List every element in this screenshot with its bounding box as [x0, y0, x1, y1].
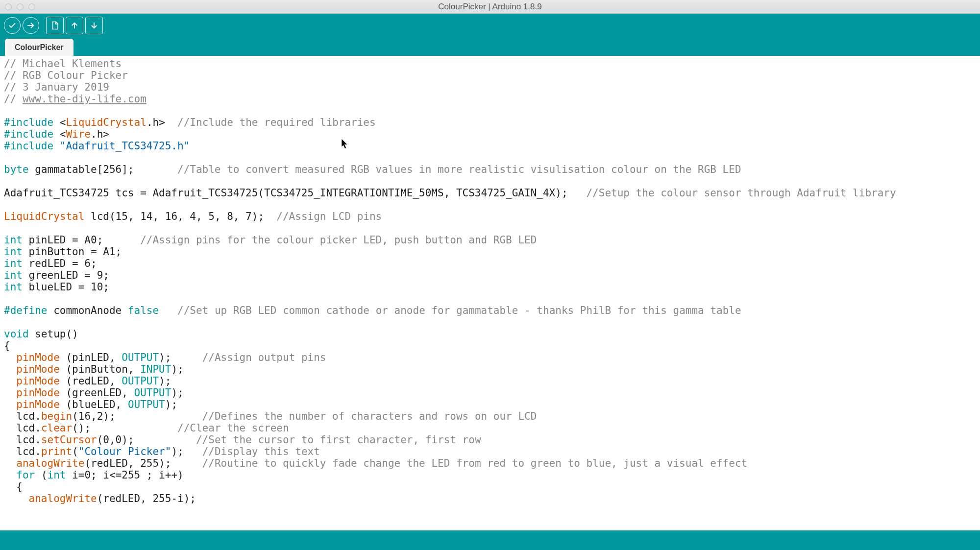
code-const: OUTPUT	[122, 375, 159, 387]
code-const: OUTPUT	[122, 352, 159, 363]
code-text: Adafruit_TCS34725 tcs = Adafruit_TCS3472…	[4, 187, 586, 199]
code-comment: // Michael Klements	[4, 58, 122, 70]
code-lib: Wire	[66, 128, 91, 140]
code-class: LiquidCrystal	[4, 211, 84, 222]
code-func: setCursor	[41, 434, 97, 446]
code-type: int	[48, 469, 66, 481]
minimize-icon[interactable]	[17, 3, 24, 10]
tab-bar: ColourPicker	[0, 37, 980, 56]
arrow-right-icon	[26, 21, 35, 30]
code-func: clear	[41, 422, 72, 434]
code-bool: false	[128, 305, 159, 316]
new-button[interactable]	[46, 17, 64, 34]
tab-colourpicker[interactable]: ColourPicker	[5, 39, 74, 56]
verify-button[interactable]	[4, 17, 21, 34]
code-type: int	[4, 234, 23, 246]
save-button[interactable]	[85, 17, 103, 34]
code-keyword: #include	[4, 140, 53, 152]
code-comment: //Assign output pins	[202, 352, 326, 363]
code-func: pinMode	[16, 375, 60, 387]
code-const: OUTPUT	[128, 399, 165, 410]
code-type: int	[4, 269, 23, 281]
code-func: pinMode	[16, 352, 60, 363]
arrow-down-icon	[90, 21, 98, 30]
close-icon[interactable]	[5, 3, 12, 10]
code-comment: // www.the-diy-life.com	[4, 93, 147, 105]
code-func: pinMode	[16, 387, 60, 399]
code-comment: // 3 January 2019	[4, 81, 109, 93]
code-type: int	[4, 258, 23, 269]
code-comment: //Defines the number of characters and r…	[202, 410, 537, 422]
code-comment: //Set the cursor to first character, fir…	[196, 434, 481, 446]
code-string: "Colour Picker"	[78, 446, 172, 457]
open-button[interactable]	[66, 17, 83, 34]
code-comment: //Routine to quickly fade change the LED…	[202, 457, 748, 469]
code-keyword: #include	[4, 128, 53, 140]
code-lib: LiquidCrystal	[66, 117, 146, 128]
code-func: analogWrite	[16, 457, 84, 469]
code-func: analogWrite	[29, 493, 97, 504]
code-comment: //Clear the screen	[177, 422, 289, 434]
code-comment: //Set up RGB LED common cathode or anode…	[177, 305, 741, 316]
code-comment: //Assign pins for the colour picker LED,…	[140, 234, 537, 246]
toolbar	[0, 14, 980, 37]
code-editor[interactable]: // Michael Klements // RGB Colour Picker…	[0, 56, 980, 530]
code-type: int	[4, 246, 23, 258]
code-type: int	[4, 281, 23, 293]
titlebar: ColourPicker | Arduino 1.8.9	[0, 0, 980, 14]
app-window: ColourPicker | Arduino 1.8.9 ColourPicke…	[0, 0, 980, 550]
traffic-lights	[5, 3, 35, 10]
file-icon	[50, 21, 59, 30]
code-string: "Adafruit_TCS34725.h"	[53, 140, 190, 152]
code-func: begin	[41, 410, 72, 422]
code-func: pinMode	[16, 399, 60, 410]
code-comment: //Table to convert measured RGB values i…	[177, 164, 741, 175]
code-func: pinMode	[16, 363, 60, 375]
code-const: INPUT	[140, 363, 171, 375]
code-const: OUTPUT	[134, 387, 172, 399]
window-title: ColourPicker | Arduino 1.8.9	[438, 2, 541, 12]
code-func: print	[41, 446, 72, 457]
status-bar	[0, 530, 980, 550]
code-type: void	[4, 328, 29, 340]
maximize-icon[interactable]	[28, 3, 35, 10]
upload-button[interactable]	[23, 17, 39, 34]
code-type: byte	[4, 164, 29, 175]
code-comment: //Setup the colour sensor through Adafru…	[586, 187, 896, 199]
code-comment: //Assign LCD pins	[276, 211, 382, 222]
code-url: www.the-diy-life.com	[23, 93, 147, 105]
code-keyword: #include	[4, 117, 53, 128]
code-comment: //Display this text	[202, 446, 320, 457]
code-keyword: #define	[4, 305, 48, 316]
code-keyword: for	[16, 469, 35, 481]
check-icon	[8, 21, 17, 30]
mouse-cursor-icon	[342, 139, 348, 149]
arrow-up-icon	[70, 21, 79, 30]
code-comment: //Include the required libraries	[177, 117, 376, 128]
code-comment: // RGB Colour Picker	[4, 70, 128, 81]
